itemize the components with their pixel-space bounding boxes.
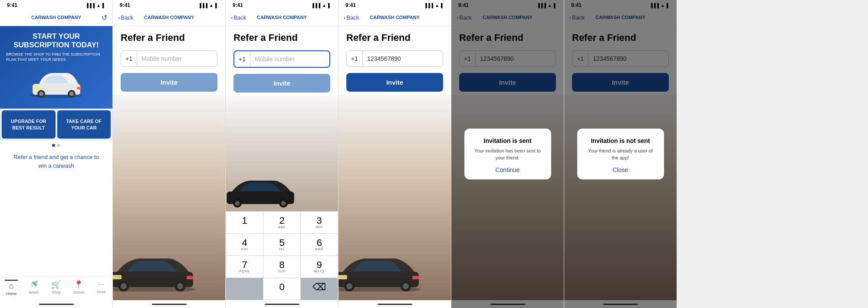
- signal-icon-2: ▐▐▐: [198, 3, 207, 8]
- num-key-delete[interactable]: ⌫: [301, 278, 338, 300]
- promo-tile-upgrade[interactable]: UPGRADE FOR BEST RESULT: [2, 110, 56, 139]
- fail-modal-action[interactable]: Close: [585, 166, 656, 173]
- svg-rect-28: [412, 276, 419, 279]
- svg-rect-14: [113, 275, 122, 279]
- refer-screen-4: Refer a Friend +1 👤 Invite: [339, 26, 451, 300]
- fail-overlay: Invitation is not sent Your friend is al…: [564, 0, 677, 308]
- nav-item-more[interactable]: ··· More: [90, 280, 112, 296]
- status-bar-4: 9:41 ▐▐▐ ▲ ▌: [339, 0, 451, 10]
- screen-refer-filled: 9:41 ▐▐▐ ▲ ▌ ‹ Back CARWASH COMPANY Refe…: [339, 0, 451, 308]
- invite-button-3[interactable]: Invite: [233, 74, 330, 93]
- logo-3: CARWASH COMPANY: [257, 15, 307, 20]
- nav-label-wash: Wash: [29, 290, 39, 295]
- nav-item-stores[interactable]: 📍 Stores: [67, 280, 90, 296]
- back-label-4: Back: [346, 14, 359, 21]
- home-indicator-3: [226, 300, 338, 308]
- battery-icon-2: ▌: [215, 3, 218, 8]
- status-icons-4: ▐▐▐ ▲ ▌: [424, 3, 444, 8]
- page-dots: [0, 140, 112, 150]
- svg-point-13: [177, 283, 183, 289]
- back-button-2[interactable]: ‹ Back: [118, 14, 133, 21]
- num-key-0[interactable]: 0: [263, 278, 300, 300]
- svg-rect-15: [187, 276, 193, 279]
- time-2: 9:41: [120, 2, 130, 8]
- battery-icon: ▌: [102, 3, 105, 8]
- svg-point-5: [69, 92, 74, 96]
- fail-modal-title: Invitation is not sent: [585, 137, 656, 144]
- refer-screen-2: Refer a Friend +1 👤 Invite: [113, 26, 225, 300]
- refer-title-4: Refer a Friend: [339, 26, 451, 48]
- time-4: 9:41: [345, 2, 356, 8]
- num-key-3[interactable]: 3DEF: [301, 212, 338, 233]
- car-bg-3: [226, 96, 338, 211]
- phone-input-row-3[interactable]: +1 👤: [233, 50, 330, 68]
- invite-button-4[interactable]: Invite: [346, 73, 443, 92]
- home-bar: [39, 304, 74, 305]
- nav-label-stores: Stores: [73, 290, 84, 295]
- home-indicator-1: [0, 300, 112, 308]
- more-icon: ···: [98, 280, 105, 289]
- svg-point-26: [403, 283, 409, 289]
- screen-refer-empty: 9:41 ▐▐▐ ▲ ▌ ‹ Back CARWASH COMPANY Refe…: [113, 0, 226, 308]
- status-icons-2: ▐▐▐ ▲ ▌: [198, 3, 218, 8]
- phone-input-row-4[interactable]: +1 👤: [346, 50, 443, 67]
- svg-point-3: [39, 92, 43, 96]
- signal-icon: ▐▐▐: [85, 3, 95, 8]
- screen-refer-typing: 9:41 ▐▐▐ ▲ ▌ ‹ Back CARWASH COMPANY Refe…: [226, 0, 339, 308]
- success-modal-action[interactable]: Continue: [472, 166, 543, 173]
- dot-inactive: [57, 144, 60, 147]
- back-chevron-3: ‹: [231, 14, 233, 21]
- hero-subtitle: BROWSE THE SHOP TO FIND THE SUBSCRIPTION…: [6, 52, 106, 63]
- svg-rect-27: [339, 275, 347, 279]
- num-key-8[interactable]: 8TUV: [263, 256, 300, 278]
- num-key-5[interactable]: 5JKL: [263, 234, 300, 255]
- num-key-empty-l: [226, 278, 263, 300]
- phone-input-row-2[interactable]: +1 👤: [121, 50, 217, 67]
- status-bar-2: 9:41 ▐▐▐ ▲ ▌: [113, 0, 225, 10]
- svg-point-11: [121, 283, 127, 289]
- country-code-3: +1: [234, 51, 250, 67]
- promo-tile-care[interactable]: TAKE CARE OF YOUR CAR: [57, 110, 111, 139]
- battery-icon-4: ▌: [441, 3, 444, 8]
- status-icons-home: ▐▐▐ ▲ ▌: [85, 3, 105, 8]
- invite-button-2[interactable]: Invite: [121, 73, 217, 92]
- success-modal: Invitation is sent Your invitation has b…: [464, 129, 551, 179]
- home-icon: ⌂: [9, 282, 13, 291]
- back-button-4[interactable]: ‹ Back: [344, 14, 359, 21]
- back-button-3[interactable]: ‹ Back: [231, 14, 246, 21]
- back-chevron-2: ‹: [118, 14, 120, 21]
- num-key-7[interactable]: 7PQRS: [226, 256, 263, 278]
- num-key-4[interactable]: 4GHI: [226, 234, 263, 255]
- car-side-3: [226, 172, 299, 208]
- refresh-icon[interactable]: ↺: [102, 13, 107, 22]
- success-modal-body: Your invitation has been sent to your fr…: [472, 148, 543, 161]
- nav-item-shop[interactable]: 🛒 Shop: [45, 280, 68, 296]
- num-key-9[interactable]: 9WXYZ: [301, 256, 338, 278]
- hero-car-image: [28, 64, 85, 99]
- status-bar-home: 9:41 ▐▐▐ ▲ ▌: [0, 0, 112, 10]
- signal-icon-3: ▐▐▐: [311, 3, 320, 8]
- home-bar-2: [152, 304, 187, 305]
- svg-point-18: [235, 201, 240, 205]
- wifi-icon: ▲: [96, 3, 101, 8]
- wash-icon: 🚿: [29, 280, 39, 289]
- dot-active: [52, 144, 55, 147]
- nav-label-shop: Shop: [52, 290, 61, 295]
- num-key-2[interactable]: 2ABC: [263, 212, 300, 233]
- stores-icon: 📍: [74, 280, 83, 289]
- time-home: 9:41: [7, 2, 17, 8]
- num-key-6[interactable]: 6MNO: [301, 234, 338, 255]
- nav-item-home[interactable]: ⌂ Home: [0, 280, 23, 296]
- back-chevron-4: ‹: [344, 14, 345, 21]
- status-icons-3: ▐▐▐ ▲ ▌: [311, 3, 331, 8]
- time-3: 9:41: [233, 2, 243, 8]
- refer-screen-3: Refer a Friend +1 👤 Invite 1 2ABC 3DEF 4…: [226, 26, 338, 300]
- country-code-2: +1: [121, 51, 137, 66]
- num-key-1[interactable]: 1: [226, 212, 263, 233]
- nav-item-wash[interactable]: 🚿 Wash: [23, 280, 45, 296]
- nav-bar-2: ‹ Back CARWASH COMPANY: [113, 10, 225, 26]
- phone-input-3[interactable]: [250, 51, 330, 67]
- phone-input-2[interactable]: [137, 51, 217, 66]
- nav-underline: [5, 280, 18, 281]
- phone-input-4[interactable]: [363, 51, 443, 66]
